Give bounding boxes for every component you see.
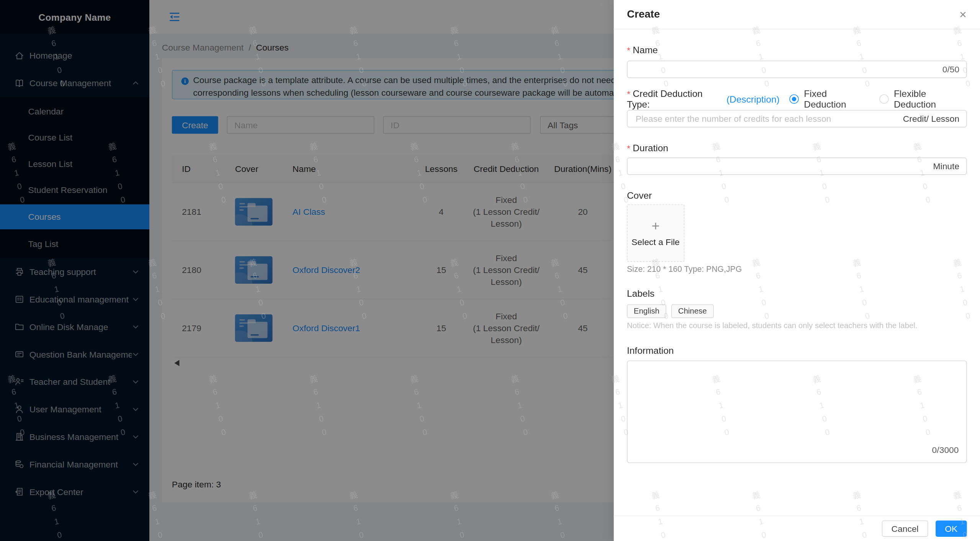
credits-input[interactable]: Credit/ Lesson	[627, 110, 967, 127]
fixed-deduction-label[interactable]: Fixed Deduction	[804, 88, 868, 109]
tag-chinese[interactable]: Chinese	[671, 304, 714, 318]
drawer-header: Create ✕	[614, 0, 980, 29]
drawer-title: Create	[627, 8, 959, 21]
cover-field-label: Cover	[627, 190, 967, 201]
duration-suffix: Minute	[933, 161, 960, 171]
name-char-counter: 0/50	[942, 64, 959, 74]
cover-hint: Size: 210 * 160 Type: PNG,JPG	[627, 264, 967, 274]
credits-input-field[interactable]	[635, 113, 898, 124]
ok-button[interactable]: OK	[936, 520, 967, 536]
drawer-footer: Cancel OK	[614, 515, 980, 541]
upload-text: Select a File	[632, 237, 680, 247]
labels-field-label: Labels	[627, 288, 967, 299]
drawer-body: Name 0/50 Credit Deduction Type: (Descri…	[614, 44, 980, 463]
information-field-label: Information	[627, 345, 967, 356]
name-input[interactable]: 0/50	[627, 60, 967, 78]
label-tags: English Chinese	[627, 304, 967, 318]
credits-suffix: Credit/ Lesson	[903, 114, 959, 124]
fixed-deduction-radio[interactable]	[790, 94, 799, 103]
tag-english[interactable]: English	[627, 304, 666, 318]
create-drawer: Create ✕ Name 0/50 Credit Deduction Type…	[614, 0, 980, 541]
close-icon[interactable]: ✕	[959, 10, 967, 19]
plus-icon: +	[651, 219, 659, 233]
name-input-field[interactable]	[635, 64, 937, 75]
credit-type-label: Credit Deduction Type:	[627, 88, 723, 109]
information-char-counter: 0/3000	[932, 445, 959, 455]
description-link[interactable]: (Description)	[726, 93, 780, 104]
information-textarea-wrap: 0/3000	[627, 361, 967, 463]
duration-field-label: Duration	[627, 142, 967, 154]
labels-notice: Notice: When the course is labeled, stud…	[627, 321, 967, 330]
cover-upload-box[interactable]: + Select a File	[627, 204, 684, 262]
credit-type-row: Credit Deduction Type: (Description) Fix…	[627, 93, 967, 104]
duration-input[interactable]: Minute	[627, 157, 967, 175]
cancel-button[interactable]: Cancel	[882, 520, 928, 536]
flexible-deduction-label[interactable]: Flexible Deduction	[894, 88, 967, 109]
app-root: Company Name Homepage Course Management …	[0, 0, 980, 541]
duration-input-field[interactable]	[635, 160, 928, 172]
information-textarea[interactable]	[628, 361, 967, 442]
name-field-label: Name	[627, 44, 967, 56]
flexible-deduction-radio[interactable]	[879, 94, 888, 103]
